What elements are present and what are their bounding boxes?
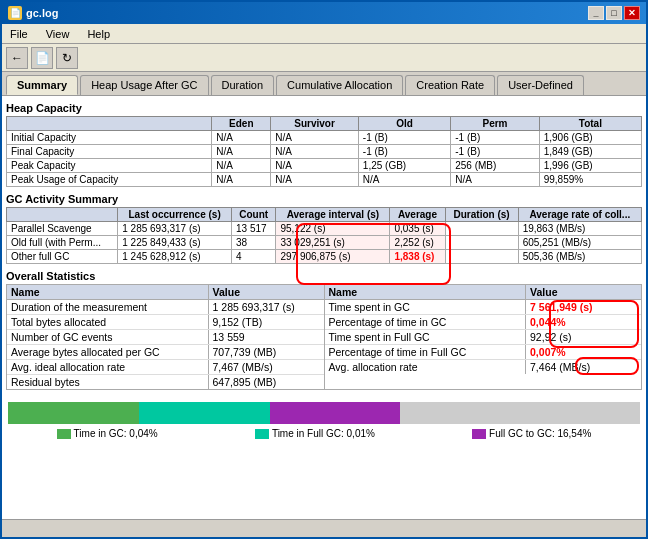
cell-eden: N/A xyxy=(212,145,271,159)
cell-perm: -1 (B) xyxy=(451,145,539,159)
gc-avg-interval: 95,122 (s) xyxy=(276,222,390,236)
refresh-button[interactable]: ↻ xyxy=(56,47,78,69)
stats-left-row: Avg. ideal allocation rate 7,467 (MB/s) xyxy=(7,360,324,375)
overall-stats-title: Overall Statistics xyxy=(6,268,642,284)
stat-name: Average bytes allocated per GC xyxy=(7,345,209,359)
content-area: Heap Capacity Eden Survivor Old Perm Tot… xyxy=(2,96,646,519)
col-header-total: Total xyxy=(539,117,641,131)
close-button[interactable]: ✕ xyxy=(624,6,640,20)
gc-count: 13 517 xyxy=(231,222,275,236)
tab-user-defined[interactable]: User-Defined xyxy=(497,75,584,95)
stat-name: Total bytes allocated xyxy=(7,315,209,329)
row-label: Peak Usage of Capacity xyxy=(7,173,212,187)
stats-right-col2-header: Value xyxy=(526,285,641,299)
stats-left-row: Residual bytes 647,895 (MB) xyxy=(7,375,324,389)
stats-right-row: Percentage of time in Full GC 0,007% xyxy=(325,345,642,360)
gc-rate: 19,863 (MB/s) xyxy=(518,222,641,236)
gc-activity-table: Last occurrence (s) Count Average interv… xyxy=(6,207,642,264)
gc-col-average: Average xyxy=(390,208,445,222)
status-bar xyxy=(2,519,646,537)
gc-avg-interval: 297 906,875 (s) xyxy=(276,250,390,264)
gc-label: Old full (with Perm... xyxy=(7,236,118,250)
cell-old: -1 (B) xyxy=(358,131,450,145)
gc-average: 0,035 (s) xyxy=(390,222,445,236)
cell-total: 1,996 (GB) xyxy=(539,159,641,173)
stat-name: Residual bytes xyxy=(7,375,209,389)
stat-value: 1 285 693,317 (s) xyxy=(209,300,324,314)
gc-count: 38 xyxy=(231,236,275,250)
stat-name: Time spent in Full GC xyxy=(325,330,527,344)
gc-duration xyxy=(445,250,518,264)
bar-remaining xyxy=(400,402,640,424)
row-label: Peak Capacity xyxy=(7,159,212,173)
row-label: Initial Capacity xyxy=(7,131,212,145)
tab-cumulative[interactable]: Cumulative Allocation xyxy=(276,75,403,95)
gc-last: 1 245 628,912 (s) xyxy=(118,250,232,264)
tab-summary[interactable]: Summary xyxy=(6,75,78,95)
bar-legend-ratio xyxy=(472,429,486,439)
gc-row-old-full: Old full (with Perm... 1 225 849,433 (s)… xyxy=(7,236,642,250)
stat-value-highlighted: 7 561,949 (s) xyxy=(526,300,641,314)
row-label: Final Capacity xyxy=(7,145,212,159)
menu-view[interactable]: View xyxy=(42,27,74,41)
gc-last: 1 285 693,317 (s) xyxy=(118,222,232,236)
stats-right: Name Value Time spent in GC 7 561,949 (s… xyxy=(325,285,642,389)
col-header-empty xyxy=(7,117,212,131)
menu-help[interactable]: Help xyxy=(83,27,114,41)
bar-chart xyxy=(8,402,640,424)
gc-average: 1,838 (s) xyxy=(390,250,445,264)
cell-survivor: N/A xyxy=(271,145,359,159)
window-title: gc.log xyxy=(26,7,58,19)
col-header-perm: Perm xyxy=(451,117,539,131)
stat-value: 7,464 (MB/s) xyxy=(526,360,641,374)
cell-perm: 256 (MB) xyxy=(451,159,539,173)
stats-left-row: Average bytes allocated per GC 707,739 (… xyxy=(7,345,324,360)
stats-left-row: Number of GC events 13 559 xyxy=(7,330,324,345)
cell-total: 99,859% xyxy=(539,173,641,187)
col-header-eden: Eden xyxy=(212,117,271,131)
col-header-old: Old xyxy=(358,117,450,131)
stats-right-row: Time spent in Full GC 92,92 (s) xyxy=(325,330,642,345)
bar-label-gc: Time in GC: 0,04% xyxy=(57,428,158,439)
cell-eden: N/A xyxy=(212,173,271,187)
table-row: Initial Capacity N/A N/A -1 (B) -1 (B) 1… xyxy=(7,131,642,145)
tab-heap-usage[interactable]: Heap Usage After GC xyxy=(80,75,208,95)
menu-bar: File View Help xyxy=(2,24,646,44)
table-row: Peak Capacity N/A N/A 1,25 (GB) 256 (MB)… xyxy=(7,159,642,173)
stat-name: Duration of the measurement xyxy=(7,300,209,314)
gc-col-rate: Average rate of coll... xyxy=(518,208,641,222)
overall-stats-container: Name Value Duration of the measurement 1… xyxy=(6,284,642,390)
tab-bar: Summary Heap Usage After GC Duration Cum… xyxy=(2,72,646,96)
stat-value: 92,92 (s) xyxy=(526,330,641,344)
bar-label-ratio-text: Full GC to GC: 16,54% xyxy=(489,428,591,439)
stats-right-row: Percentage of time in GC 0,044% xyxy=(325,315,642,330)
stats-right-row: Avg. allocation rate 7,464 (MB/s) xyxy=(325,360,642,374)
maximize-button[interactable]: □ xyxy=(606,6,622,20)
tab-creation-rate[interactable]: Creation Rate xyxy=(405,75,495,95)
stat-value: 7,467 (MB/s) xyxy=(209,360,324,374)
cell-total: 1,906 (GB) xyxy=(539,131,641,145)
bar-label-ratio: Full GC to GC: 16,54% xyxy=(472,428,591,439)
minimize-button[interactable]: _ xyxy=(588,6,604,20)
stats-left-col2-header: Value xyxy=(209,285,324,299)
stats-left: Name Value Duration of the measurement 1… xyxy=(7,285,325,389)
cell-total: 1,849 (GB) xyxy=(539,145,641,159)
gc-col-count: Count xyxy=(231,208,275,222)
gc-rate: 505,36 (MB/s) xyxy=(518,250,641,264)
heap-capacity-table: Eden Survivor Old Perm Total Initial Cap… xyxy=(6,116,642,187)
back-button[interactable]: ← xyxy=(6,47,28,69)
cell-old: N/A xyxy=(358,173,450,187)
menu-file[interactable]: File xyxy=(6,27,32,41)
heap-capacity-title: Heap Capacity xyxy=(6,100,642,116)
bar-labels: Time in GC: 0,04% Time in Full GC: 0,01%… xyxy=(8,428,640,439)
stat-value: 9,152 (TB) xyxy=(209,315,324,329)
gc-col-header-empty xyxy=(7,208,118,222)
stat-name: Avg. ideal allocation rate xyxy=(7,360,209,374)
window-icon: 📄 xyxy=(8,6,22,20)
tab-duration[interactable]: Duration xyxy=(211,75,275,95)
open-button[interactable]: 📄 xyxy=(31,47,53,69)
cell-eden: N/A xyxy=(212,159,271,173)
stat-name: Percentage of time in GC xyxy=(325,315,527,329)
stat-name: Avg. allocation rate xyxy=(325,360,527,374)
stat-name: Number of GC events xyxy=(7,330,209,344)
